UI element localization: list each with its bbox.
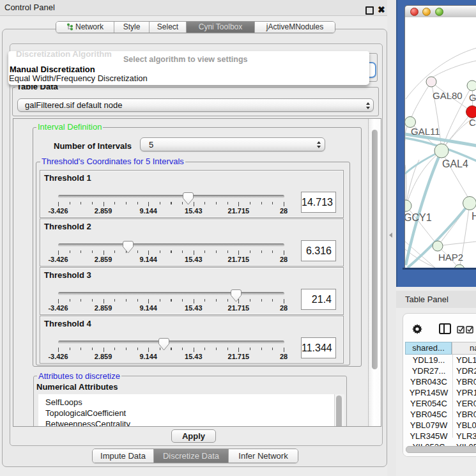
svg-text:GAL4: GAL4 [442,158,468,169]
svg-text:C: C [469,117,476,128]
svg-text:GA: GA [469,92,476,103]
svg-text:GCY1: GCY1 [405,212,432,223]
svg-text:H: H [472,211,476,222]
svg-text:GAL11: GAL11 [411,126,440,137]
svg-text:GAL80: GAL80 [433,90,463,101]
svg-text:HAP2: HAP2 [438,252,463,263]
